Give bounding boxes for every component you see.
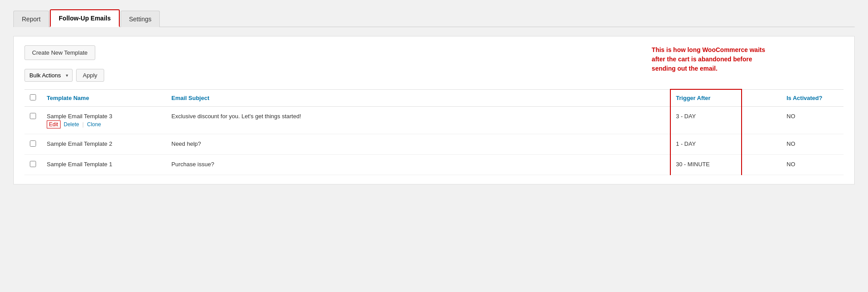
annotation-line1: This is how long WooCommerce waits xyxy=(652,46,765,53)
annotation-line2: after the cart is abandoned before xyxy=(652,56,752,63)
row1-trigger-after-cell: 3 - DAY xyxy=(670,106,742,134)
row1-edit-link[interactable]: Edit xyxy=(47,120,61,128)
tab-settings[interactable]: Settings xyxy=(121,11,160,27)
col-header-spacer xyxy=(742,89,781,106)
table-row: Sample Email Template 3 Edit Delete | Cl… xyxy=(24,106,844,134)
tab-report[interactable]: Report xyxy=(13,11,49,27)
main-content: This is how long WooCommerce waits after… xyxy=(13,36,855,184)
col-header-template-name[interactable]: Template Name xyxy=(41,89,166,106)
row1-checkbox-cell xyxy=(24,106,41,134)
bulk-actions-wrapper: Bulk Actions xyxy=(24,69,73,82)
create-new-template-button[interactable]: Create New Template xyxy=(24,45,95,60)
row2-email-subject: Need help? xyxy=(171,140,201,147)
row3-trigger-after-cell: 30 - MINUTE xyxy=(670,154,742,175)
row2-is-activated: NO xyxy=(787,140,795,147)
email-table: Template Name Email Subject Trigger Afte… xyxy=(24,89,844,175)
row1-is-activated-cell: NO xyxy=(781,106,844,134)
bulk-actions-select[interactable]: Bulk Actions xyxy=(24,69,73,82)
row3-email-subject: Purchase issue? xyxy=(171,161,214,168)
table-row: Sample Email Template 1 Purchase issue? … xyxy=(24,154,844,175)
row1-spacer-cell xyxy=(742,106,781,134)
table-row: Sample Email Template 2 Need help? 1 - D… xyxy=(24,134,844,154)
row3-trigger-after: 30 - MINUTE xyxy=(676,161,710,168)
col-header-checkbox xyxy=(24,89,41,106)
apply-button[interactable]: Apply xyxy=(76,69,104,82)
col-header-trigger-after: Trigger After xyxy=(670,89,742,106)
row3-is-activated: NO xyxy=(787,161,795,168)
row2-trigger-after: 1 - DAY xyxy=(676,140,696,147)
col-header-email-subject[interactable]: Email Subject xyxy=(166,89,670,106)
row3-checkbox-cell xyxy=(24,154,41,175)
annotation-box: This is how long WooCommerce waits after… xyxy=(652,45,765,73)
col-header-is-activated: Is Activated? xyxy=(781,89,844,106)
row1-is-activated: NO xyxy=(787,113,795,120)
tabs-bar: Report Follow-Up Emails Settings xyxy=(13,9,855,27)
row3-email-subject-cell: Purchase issue? xyxy=(166,154,670,175)
row2-template-name-cell: Sample Email Template 2 xyxy=(41,134,166,154)
row1-separator: | xyxy=(82,121,84,128)
row2-email-subject-cell: Need help? xyxy=(166,134,670,154)
select-all-checkbox[interactable] xyxy=(30,94,36,100)
row1-template-name-cell: Sample Email Template 3 Edit Delete | Cl… xyxy=(41,106,166,134)
row3-template-name-cell: Sample Email Template 1 xyxy=(41,154,166,175)
row1-delete-link[interactable]: Delete xyxy=(64,121,79,128)
row3-checkbox[interactable] xyxy=(30,161,36,167)
row2-checkbox[interactable] xyxy=(30,140,36,147)
page-wrapper: Report Follow-Up Emails Settings This is… xyxy=(0,0,868,292)
annotation-line3: sending out the email. xyxy=(652,65,718,72)
row1-email-subject-cell: Exclusive discount for you. Let's get th… xyxy=(166,106,670,134)
row2-trigger-after-cell: 1 - DAY xyxy=(670,134,742,154)
row3-template-name: Sample Email Template 1 xyxy=(47,161,161,168)
row1-template-name: Sample Email Template 3 xyxy=(47,113,161,120)
row2-checkbox-cell xyxy=(24,134,41,154)
row2-template-name: Sample Email Template 2 xyxy=(47,140,161,147)
row2-spacer-cell xyxy=(742,134,781,154)
row1-actions: Edit Delete | Clone xyxy=(47,121,161,128)
tab-follow-up-emails[interactable]: Follow-Up Emails xyxy=(50,9,120,27)
row1-clone-link[interactable]: Clone xyxy=(87,121,101,128)
row3-spacer-cell xyxy=(742,154,781,175)
row1-email-subject: Exclusive discount for you. Let's get th… xyxy=(171,113,301,120)
row3-is-activated-cell: NO xyxy=(781,154,844,175)
row2-is-activated-cell: NO xyxy=(781,134,844,154)
table-header-row: Template Name Email Subject Trigger Afte… xyxy=(24,89,844,106)
row1-trigger-after: 3 - DAY xyxy=(676,113,696,120)
row1-checkbox[interactable] xyxy=(30,113,36,119)
